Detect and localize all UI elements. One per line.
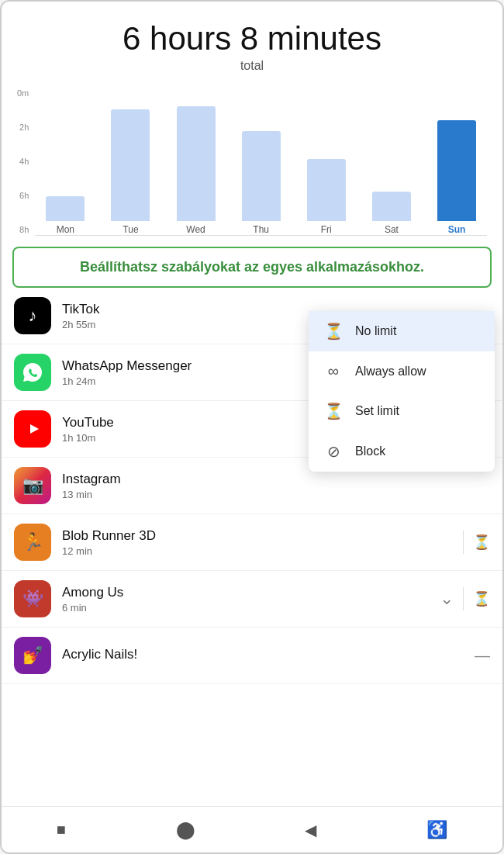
app-name-among: Among Us [62, 585, 440, 600]
app-actions-acrylic: — [475, 647, 490, 665]
always-allow-label: Always allow [355, 365, 426, 379]
app-actions-among: ⌄ ⏳ [440, 587, 490, 610]
bar-sun-label: Sun [448, 224, 466, 235]
app-info-acrylic: Acrylic Nails! [62, 647, 475, 664]
bar-sat-label: Sat [385, 224, 399, 235]
no-limit-label: No limit [355, 324, 396, 338]
dropdown-item-set-limit[interactable]: ⏳ Set limit [309, 391, 495, 431]
nav-stop-button[interactable]: ■ [44, 814, 78, 845]
promo-text: Beállíthatsz szabályokat az egyes alkalm… [26, 258, 478, 277]
dropdown-menu: ⏳ No limit ∞ Always allow ⏳ Set limit ⊘ … [309, 311, 495, 472]
dropdown-item-block[interactable]: ⊘ Block [309, 431, 495, 472]
app-info-blob: Blob Runner 3D 12 min [62, 528, 460, 557]
acrylic-dash-icon: — [475, 647, 490, 665]
app-item-blob: 🏃 Blob Runner 3D 12 min ⏳ [2, 514, 502, 571]
app-icon-tiktok: ♪ [14, 297, 51, 334]
y-label-8h: 8h [17, 225, 29, 234]
app-icon-whatsapp [14, 354, 51, 391]
nav-accessibility-button[interactable]: ♿ [414, 814, 460, 846]
bar-wed: Wed [166, 106, 226, 235]
bar-thu: Thu [231, 131, 292, 235]
app-icon-instagram: 📷 [14, 467, 51, 504]
block-icon: ⊘ [324, 442, 343, 461]
total-label: total [17, 59, 487, 73]
bar-sat: Sat [361, 192, 422, 235]
bar-fri-fill [307, 159, 346, 221]
app-time-blob: 12 min [62, 545, 460, 557]
dropdown-item-always-allow[interactable]: ∞ Always allow [309, 351, 495, 391]
bar-sun-fill [437, 120, 476, 221]
total-time: 6 hours 8 minutes [17, 20, 487, 57]
header-section: 6 hours 8 minutes total [2, 2, 502, 81]
bar-sat-fill [372, 192, 411, 221]
bar-wed-fill [177, 106, 216, 221]
among-chevron-icon[interactable]: ⌄ [440, 589, 454, 609]
among-limit-icon[interactable]: ⏳ [473, 590, 490, 607]
app-icon-acrylic: 💅 [14, 637, 51, 674]
bar-thu-fill [242, 131, 281, 221]
y-label-6h: 6h [17, 191, 29, 200]
bar-tue-label: Tue [123, 224, 138, 235]
chart-y-axis: 8h 6h 4h 2h 0m [17, 88, 29, 236]
app-list: ♪ TikTok 2h 55m ✏ ⏳ No limit ∞ Always al… [2, 288, 502, 806]
set-limit-label: Set limit [355, 404, 399, 418]
bar-sun: Sun [426, 120, 487, 235]
app-name-blob: Blob Runner 3D [62, 528, 460, 544]
bottom-nav: ■ ⬤ ◀ ♿ [2, 806, 502, 852]
app-icon-blob: 🏃 [14, 524, 51, 561]
y-label-4h: 4h [17, 157, 29, 166]
app-time-among: 6 min [62, 602, 440, 614]
app-info-among: Among Us 6 min [62, 585, 440, 614]
blob-limit-icon[interactable]: ⏳ [473, 534, 490, 551]
app-item-acrylic: 💅 Acrylic Nails! — [2, 628, 502, 684]
app-item-tiktok: ♪ TikTok 2h 55m ✏ ⏳ No limit ∞ Always al… [2, 288, 502, 344]
bar-mon-fill [46, 196, 85, 221]
promo-banner: Beállíthatsz szabályokat az egyes alkalm… [12, 247, 492, 288]
bar-mon: Mon [35, 196, 95, 235]
bar-thu-label: Thu [253, 224, 269, 235]
nav-home-button[interactable]: ⬤ [164, 814, 208, 846]
phone-container: 6 hours 8 minutes total 8h 6h 4h 2h 0m M… [0, 0, 504, 854]
app-info-instagram: Instagram 13 min [62, 472, 490, 500]
app-name-instagram: Instagram [62, 472, 490, 487]
app-icon-among: 👾 [14, 580, 51, 617]
app-icon-youtube [14, 410, 51, 448]
dropdown-item-no-limit[interactable]: ⏳ No limit [309, 311, 495, 351]
chart-section: 8h 6h 4h 2h 0m Mon Tue [2, 81, 502, 236]
nav-back-button[interactable]: ◀ [292, 814, 329, 845]
y-label-0m: 0m [17, 88, 29, 98]
divider-blob [463, 531, 464, 554]
always-allow-icon: ∞ [324, 362, 343, 380]
app-time-instagram: 13 min [62, 489, 490, 500]
y-label-2h: 2h [17, 123, 29, 132]
bar-wed-label: Wed [186, 224, 205, 235]
block-label: Block [355, 444, 385, 458]
set-limit-icon: ⏳ [324, 402, 343, 420]
divider-among [463, 587, 464, 610]
bar-fri-label: Fri [321, 224, 332, 235]
bar-tue: Tue [100, 109, 161, 235]
app-name-acrylic: Acrylic Nails! [62, 647, 475, 662]
app-actions-blob: ⏳ [460, 531, 490, 554]
bar-mon-label: Mon [57, 224, 74, 235]
bar-tue-fill [111, 109, 150, 221]
app-item-among: 👾 Among Us 6 min ⌄ ⏳ [2, 571, 502, 628]
bar-fri: Fri [296, 159, 357, 235]
no-limit-icon: ⏳ [324, 322, 343, 341]
